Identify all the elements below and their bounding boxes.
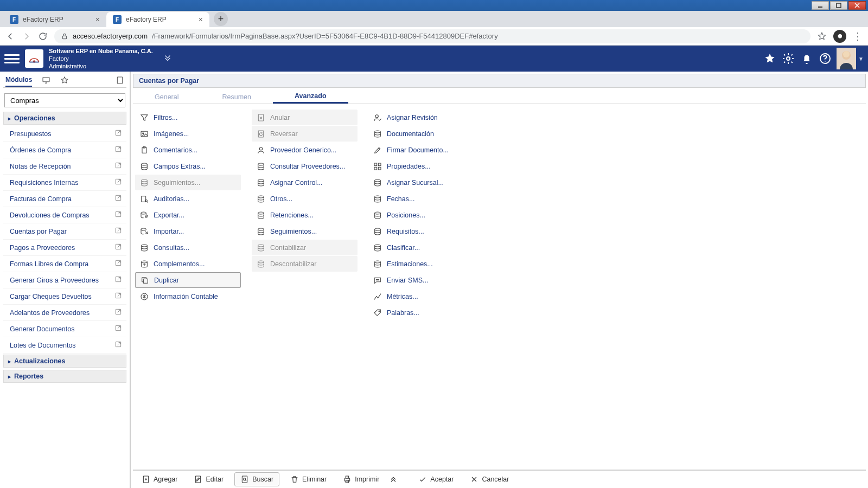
- adv-action[interactable]: Propiedades...: [368, 158, 474, 174]
- tab-close-icon[interactable]: ×: [95, 15, 100, 24]
- open-external-icon[interactable]: [114, 292, 122, 301]
- open-external-icon[interactable]: [114, 210, 122, 220]
- adv-action[interactable]: Proveedor Generico...: [252, 142, 358, 158]
- adv-action[interactable]: Auditorias...: [135, 191, 241, 207]
- adv-action[interactable]: Complementos...: [135, 256, 241, 272]
- tab-resumen[interactable]: Resumen: [200, 90, 273, 104]
- open-external-icon[interactable]: [114, 341, 122, 350]
- tree-section-actualizaciones[interactable]: ▸Actualizaciones: [3, 355, 126, 368]
- tab-close-icon[interactable]: ×: [199, 15, 203, 24]
- help-button[interactable]: [816, 49, 834, 68]
- sidebar-popup-icon[interactable]: [116, 76, 124, 86]
- sidebar-item[interactable]: Adelantos de Proveedores: [3, 305, 126, 321]
- adv-action[interactable]: Enviar SMS...: [368, 272, 474, 288]
- sidebar-item[interactable]: Pagos a Proveedores: [3, 240, 126, 256]
- adv-action[interactable]: Asignar Revisión: [368, 110, 474, 125]
- adv-action[interactable]: Consultas...: [135, 240, 241, 255]
- collapse-actions-icon[interactable]: [389, 474, 398, 485]
- open-external-icon[interactable]: [114, 145, 122, 155]
- adv-action[interactable]: Importar...: [135, 223, 241, 239]
- header-expand-button[interactable]: [163, 53, 173, 65]
- os-minimize-button[interactable]: [812, 1, 829, 10]
- nav-back-button[interactable]: [5, 31, 15, 41]
- adv-action[interactable]: Filtros...: [135, 110, 241, 125]
- settings-button[interactable]: [779, 49, 797, 68]
- user-avatar[interactable]: [837, 48, 856, 69]
- adv-action[interactable]: Estimaciones...: [368, 256, 474, 272]
- open-external-icon[interactable]: [114, 178, 122, 187]
- sidebar-item[interactable]: Devoluciones de Compras: [3, 207, 126, 223]
- adv-action[interactable]: Exportar...: [135, 207, 241, 223]
- sidebar-item[interactable]: Cargar Cheques Devueltos: [3, 288, 126, 305]
- adv-action[interactable]: Información Contable: [135, 288, 241, 304]
- open-external-icon[interactable]: [114, 259, 122, 268]
- module-select[interactable]: Compras: [4, 93, 125, 107]
- eliminar-button[interactable]: Eliminar: [285, 473, 332, 486]
- sidebar-item[interactable]: Facturas de Compra: [3, 191, 126, 207]
- open-external-icon[interactable]: [114, 243, 122, 252]
- sidebar-tab-modulos[interactable]: Módulos: [5, 76, 32, 87]
- adv-action[interactable]: Asignar Control...: [252, 175, 358, 190]
- tree-section-operaciones[interactable]: ▸Operaciones: [3, 112, 126, 125]
- os-maximize-button[interactable]: [830, 1, 847, 10]
- tab-avanzado[interactable]: Avanzado: [273, 90, 348, 104]
- address-bar[interactable]: acceso.efactoryerp.com/Framework/Formula…: [54, 29, 810, 43]
- browser-tab[interactable]: F eFactory ERP ×: [106, 12, 209, 27]
- adv-action[interactable]: Otros...: [252, 191, 358, 207]
- sidebar-item[interactable]: Formas Libres de Compra: [3, 256, 126, 272]
- adv-action[interactable]: Consultar Proveedores...: [252, 158, 358, 174]
- open-external-icon[interactable]: [114, 324, 122, 333]
- adv-action[interactable]: Seguimientos...: [252, 223, 358, 239]
- new-tab-button[interactable]: +: [214, 12, 228, 26]
- notifications-button[interactable]: [797, 49, 816, 68]
- sidebar-item[interactable]: Órdenes de Compra: [3, 142, 126, 158]
- adv-action[interactable]: Campos Extras...: [135, 158, 241, 174]
- open-external-icon[interactable]: [114, 129, 122, 138]
- sidebar-item[interactable]: Lotes de Documentos: [3, 337, 126, 354]
- open-external-icon[interactable]: [114, 308, 122, 317]
- adv-action[interactable]: Retenciones...: [252, 207, 358, 223]
- adv-action[interactable]: Palabras...: [368, 305, 474, 320]
- extension-icon[interactable]: ⬢: [833, 30, 846, 43]
- bookmark-star-icon[interactable]: [817, 31, 827, 41]
- adv-action[interactable]: Asignar Sucursal...: [368, 175, 474, 190]
- adv-action[interactable]: Requisitos...: [368, 223, 474, 239]
- sidebar-desktop-icon[interactable]: [42, 76, 50, 86]
- imprimir-button[interactable]: Imprimir: [337, 473, 385, 486]
- browser-tab[interactable]: F eFactory ERP ×: [3, 12, 106, 27]
- sidebar-item[interactable]: Cuentas por Pagar: [3, 223, 126, 240]
- adv-action[interactable]: Comentarios...: [135, 142, 241, 158]
- adv-action[interactable]: Documentación: [368, 126, 474, 142]
- adv-action[interactable]: Duplicar: [135, 272, 241, 288]
- menu-toggle-button[interactable]: [4, 54, 20, 63]
- sidebar-item[interactable]: Generar Giros a Proveedores: [3, 272, 126, 288]
- nav-forward-button[interactable]: [22, 31, 31, 41]
- tab-general[interactable]: General: [133, 90, 200, 104]
- user-menu-caret-icon[interactable]: ▼: [858, 56, 864, 62]
- favorites-button[interactable]: [761, 49, 779, 68]
- adv-action[interactable]: Métricas...: [368, 288, 474, 304]
- buscar-button[interactable]: Buscar: [234, 472, 279, 486]
- sidebar-item[interactable]: Notas de Recepción: [3, 158, 126, 175]
- agregar-button[interactable]: Agregar: [136, 473, 183, 486]
- nav-reload-button[interactable]: [38, 31, 48, 41]
- adv-action[interactable]: Imágenes...: [135, 126, 241, 142]
- sidebar-favorites-icon[interactable]: [60, 76, 69, 86]
- sidebar-item[interactable]: Requisiciones Internas: [3, 175, 126, 191]
- cancelar-button[interactable]: Cancelar: [464, 473, 514, 486]
- open-external-icon[interactable]: [114, 227, 122, 236]
- open-external-icon[interactable]: [114, 275, 122, 285]
- tree-section-reportes[interactable]: ▸Reportes: [3, 370, 126, 383]
- os-close-button[interactable]: [848, 1, 866, 10]
- aceptar-button[interactable]: Aceptar: [413, 473, 459, 486]
- browser-menu-button[interactable]: ⋮: [853, 30, 863, 42]
- adv-action[interactable]: Clasificar...: [368, 240, 474, 255]
- adv-action[interactable]: Fechas...: [368, 191, 474, 207]
- sidebar-item[interactable]: Generar Documentos: [3, 321, 126, 337]
- open-external-icon[interactable]: [114, 162, 122, 171]
- editar-button[interactable]: Editar: [188, 473, 229, 486]
- sidebar-item[interactable]: Presupuestos: [3, 126, 126, 142]
- open-external-icon[interactable]: [114, 194, 122, 203]
- adv-action[interactable]: Firmar Documento...: [368, 142, 474, 158]
- adv-action[interactable]: Posiciones...: [368, 207, 474, 223]
